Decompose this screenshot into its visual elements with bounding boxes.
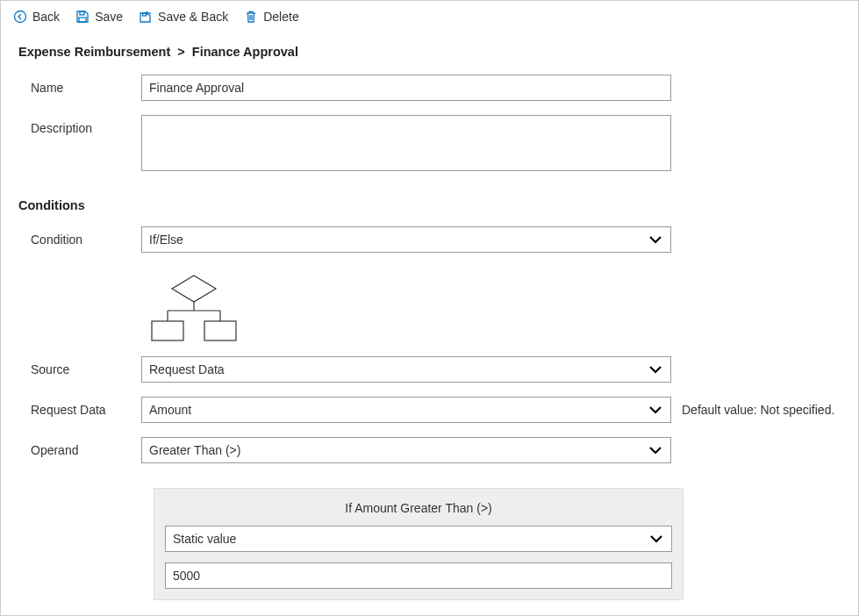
svg-rect-9 xyxy=(204,321,236,340)
name-label: Name xyxy=(18,75,141,95)
chevron-down-icon xyxy=(648,362,663,377)
save-label: Save xyxy=(95,10,123,24)
svg-point-0 xyxy=(15,11,26,23)
breadcrumb-current: Finance Approval xyxy=(192,45,298,59)
save-back-icon xyxy=(139,10,153,24)
breadcrumb: Expense Reimbursement > Finance Approval xyxy=(18,38,841,75)
value-source-select[interactable]: Static value xyxy=(165,526,672,552)
description-row: Description xyxy=(18,115,841,174)
breadcrumb-separator: > xyxy=(174,45,188,59)
request-data-select[interactable]: Amount xyxy=(141,397,671,423)
conditions-heading: Conditions xyxy=(18,188,841,226)
value-source-value: Static value xyxy=(173,532,236,546)
chevron-down-icon xyxy=(648,442,663,458)
back-button[interactable]: Back xyxy=(13,10,60,24)
ifelse-diagram xyxy=(18,267,841,356)
svg-rect-1 xyxy=(80,11,84,15)
source-value: Request Data xyxy=(149,362,225,376)
save-back-label: Save & Back xyxy=(158,10,228,24)
static-value-input[interactable] xyxy=(165,562,672,589)
source-label: Source xyxy=(18,356,141,376)
back-label: Back xyxy=(32,10,60,24)
name-row: Name xyxy=(18,75,841,101)
trash-icon xyxy=(244,10,258,24)
app-frame: Back Save Save & Back xyxy=(0,0,859,616)
request-data-label: Request Data xyxy=(18,397,141,417)
save-button[interactable]: Save xyxy=(75,10,123,24)
condition-row: Condition If/Else xyxy=(18,226,841,253)
request-data-row: Request Data Amount Default value: Not s… xyxy=(18,397,841,423)
content-area: Expense Reimbursement > Finance Approval… xyxy=(1,31,858,616)
operand-value: Greater Than (>) xyxy=(149,443,240,457)
request-data-note: Default value: Not specified. xyxy=(671,397,834,417)
description-label: Description xyxy=(18,115,141,135)
operand-select[interactable]: Greater Than (>) xyxy=(141,437,671,463)
toolbar: Back Save Save & Back xyxy=(1,1,858,31)
svg-rect-8 xyxy=(152,321,183,340)
operand-row: Operand Greater Than (>) xyxy=(18,437,841,463)
source-row: Source Request Data xyxy=(18,356,841,383)
chevron-down-icon xyxy=(648,402,663,418)
delete-button[interactable]: Delete xyxy=(244,10,298,24)
source-select[interactable]: Request Data xyxy=(141,356,671,383)
arrow-left-circle-icon xyxy=(13,10,27,24)
description-input[interactable] xyxy=(141,115,671,171)
chevron-down-icon xyxy=(648,531,664,547)
condition-panel-title: If Amount Greater Than (>) xyxy=(165,499,672,526)
save-icon xyxy=(75,10,89,24)
delete-label: Delete xyxy=(263,10,298,24)
save-back-button[interactable]: Save & Back xyxy=(139,10,228,24)
request-data-value: Amount xyxy=(149,403,191,417)
chevron-down-icon xyxy=(648,232,663,247)
condition-value: If/Else xyxy=(149,233,183,247)
name-input[interactable] xyxy=(141,75,671,101)
breadcrumb-root[interactable]: Expense Reimbursement xyxy=(18,45,170,59)
condition-panel: If Amount Greater Than (>) Static value xyxy=(154,488,684,600)
condition-select[interactable]: If/Else xyxy=(141,226,671,253)
condition-label: Condition xyxy=(18,226,141,247)
svg-rect-2 xyxy=(79,18,86,22)
operand-label: Operand xyxy=(18,437,141,457)
